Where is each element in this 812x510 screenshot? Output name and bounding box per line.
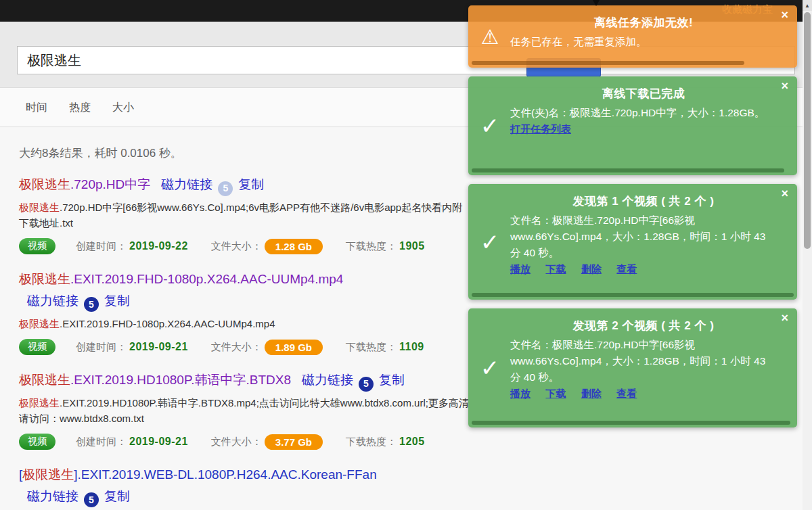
result-description: 极限逃生.EXIT.2019.HD1080P.韩语中字.BTDX8.mp4;点击… bbox=[19, 395, 471, 427]
result-title-link[interactable]: .EXIT.2019.HD1080P.韩语中字.BTDX8 bbox=[70, 373, 291, 387]
toast-progress-bar bbox=[472, 168, 784, 172]
view-link[interactable]: 查看 bbox=[616, 388, 637, 399]
scroll-up-arrow-icon[interactable]: ▲ bbox=[803, 0, 812, 11]
size-label: 文件大小： bbox=[211, 341, 262, 354]
result-description: 极限逃生.EXIT.2019.FHD-1080p.X264.AAC-UUMp4.… bbox=[19, 316, 471, 331]
created-label: 创建时间： bbox=[76, 240, 127, 253]
warning-icon: ⚠ bbox=[475, 25, 505, 49]
toast-offline-download-done: × ✓ 离线下载已完成 文件(夹)名：极限逃生.720p.HD中字，大小：1.2… bbox=[468, 76, 797, 175]
result-title-link[interactable]: 极限逃生 bbox=[19, 272, 70, 286]
video-badge: 视频 bbox=[19, 339, 55, 355]
check-icon: ✓ bbox=[475, 229, 505, 256]
delete-link[interactable]: 删除 bbox=[581, 263, 602, 275]
heat-value: 1905 bbox=[399, 240, 425, 252]
copy-link[interactable]: 复制 bbox=[104, 489, 130, 503]
mouse-cursor bbox=[593, 0, 600, 6]
file-size-badge: 1.89 Gb bbox=[265, 340, 323, 355]
result-title-link[interactable]: ].EXIT.2019.WEB-DL.1080P.H264.AAC.Korean… bbox=[74, 467, 376, 482]
copy-link[interactable]: 复制 bbox=[379, 373, 405, 387]
download-link[interactable]: 下载 bbox=[545, 263, 566, 275]
created-date: 2019-09-21 bbox=[129, 436, 188, 448]
tab-sort-time[interactable]: 时间 bbox=[26, 101, 47, 115]
toast-title: 离线下载已完成 bbox=[510, 86, 777, 101]
created-label: 创建时间： bbox=[76, 436, 127, 448]
video-badge: 视频 bbox=[19, 238, 55, 254]
size-label: 文件大小： bbox=[211, 436, 262, 448]
toast-progress-bar bbox=[472, 421, 790, 425]
heat-label: 下载热度： bbox=[346, 341, 397, 354]
open-task-list-link[interactable]: 打开任务列表 bbox=[510, 123, 571, 135]
play-link[interactable]: 播放 bbox=[510, 388, 531, 399]
close-icon[interactable]: × bbox=[781, 80, 788, 92]
file-size-badge: 1.28 Gb bbox=[265, 239, 323, 254]
result-row: 极限逃生.EXIT.2019.HD1080P.韩语中字.BTDX8磁力链接5复制… bbox=[19, 371, 479, 450]
file-size-badge: 3.77 Gb bbox=[265, 434, 323, 450]
scrollbar-thumb[interactable] bbox=[804, 12, 811, 249]
close-icon[interactable]: × bbox=[781, 187, 788, 200]
check-icon: ✓ bbox=[475, 112, 505, 139]
result-title-link[interactable]: .720p.HD中字 bbox=[70, 177, 150, 191]
tab-sort-size[interactable]: 大小 bbox=[112, 101, 134, 115]
toast-body: 文件名：极限逃生.720p.HD中字[66影视www.66Ys.Co].mp4，… bbox=[510, 337, 777, 386]
result-title-link[interactable]: .EXIT.2019.FHD-1080p.X264.AAC-UUMp4.mp4 bbox=[70, 272, 343, 286]
toast-progress-bar bbox=[472, 61, 744, 65]
magnet-link[interactable]: 磁力链接 bbox=[27, 489, 78, 503]
created-label: 创建时间： bbox=[76, 341, 127, 354]
result-row: [极限逃生].EXIT.2019.WEB-DL.1080P.H264.AAC.K… bbox=[19, 466, 479, 507]
result-title-link[interactable]: 极限逃生 bbox=[22, 467, 74, 482]
circle-5-icon[interactable]: 5 bbox=[359, 377, 374, 392]
created-date: 2019-09-21 bbox=[129, 341, 188, 353]
toast-progress-bar bbox=[472, 293, 794, 297]
heat-value: 1205 bbox=[399, 436, 425, 448]
magnet-link[interactable]: 磁力链接 bbox=[161, 177, 212, 191]
copy-link[interactable]: 复制 bbox=[238, 177, 264, 191]
copy-link[interactable]: 复制 bbox=[104, 294, 130, 308]
close-icon[interactable]: × bbox=[781, 9, 788, 21]
circle-5-icon[interactable]: 5 bbox=[84, 492, 99, 507]
toast-body: 文件名：极限逃生.720p.HD中字[66影视www.66Ys.Co].mp4，… bbox=[510, 212, 777, 261]
tab-sort-heat[interactable]: 热度 bbox=[69, 101, 91, 115]
circle-5-icon[interactable]: 5 bbox=[84, 297, 99, 312]
result-row: 极限逃生.720p.HD中字磁力链接5复制 极限逃生.720p.HD中字[66影… bbox=[19, 176, 479, 254]
toast-stack: × ⚠ 离线任务添加无效! 任务已存在，无需重复添加。 × ✓ 离线下载已完成 … bbox=[468, 5, 797, 436]
heat-value: 1109 bbox=[399, 341, 424, 353]
toast-video-found-1: × ✓ 发现第 1 个视频 ( 共 2 个 ) 文件名：极限逃生.720p.HD… bbox=[468, 184, 797, 300]
toast-title: 离线任务添加无效! bbox=[510, 15, 777, 30]
result-row: 极限逃生.EXIT.2019.FHD-1080p.X264.AAC-UUMp4.… bbox=[19, 271, 479, 355]
toast-offline-task-invalid: × ⚠ 离线任务添加无效! 任务已存在，无需重复添加。 bbox=[468, 5, 797, 68]
circle-5-icon[interactable]: 5 bbox=[218, 181, 233, 196]
size-label: 文件大小： bbox=[211, 240, 262, 253]
close-icon[interactable]: × bbox=[781, 312, 788, 324]
result-title-link[interactable]: 极限逃生 bbox=[19, 373, 70, 387]
magnet-link[interactable]: 磁力链接 bbox=[27, 294, 78, 308]
video-badge: 视频 bbox=[19, 434, 55, 450]
toast-title: 发现第 1 个视频 ( 共 2 个 ) bbox=[510, 193, 777, 209]
check-icon: ✓ bbox=[475, 354, 505, 381]
vertical-scrollbar[interactable]: ▲ bbox=[803, 0, 812, 510]
heat-label: 下载热度： bbox=[346, 436, 397, 448]
toast-body: 任务已存在，无需重复添加。 bbox=[510, 34, 777, 50]
toast-body: 文件(夹)名：极限逃生.720p.HD中字，大小：1.28GB。 bbox=[510, 105, 777, 121]
heat-label: 下载热度： bbox=[346, 240, 397, 253]
view-link[interactable]: 查看 bbox=[616, 263, 637, 275]
toast-video-found-2: × ✓ 发现第 2 个视频 ( 共 2 个 ) 文件名：极限逃生.720p.HD… bbox=[468, 308, 797, 427]
created-date: 2019-09-22 bbox=[129, 240, 188, 252]
toast-title: 发现第 2 个视频 ( 共 2 个 ) bbox=[510, 318, 777, 333]
magnet-link[interactable]: 磁力链接 bbox=[302, 373, 353, 387]
result-description: 极限逃生.720p.HD中字[66影视www.66Ys.Co].mp4;6v电影… bbox=[19, 200, 471, 231]
play-link[interactable]: 播放 bbox=[510, 263, 531, 275]
download-link[interactable]: 下载 bbox=[545, 388, 566, 399]
result-title-link[interactable]: 极限逃生 bbox=[19, 177, 70, 191]
delete-link[interactable]: 删除 bbox=[581, 388, 602, 399]
